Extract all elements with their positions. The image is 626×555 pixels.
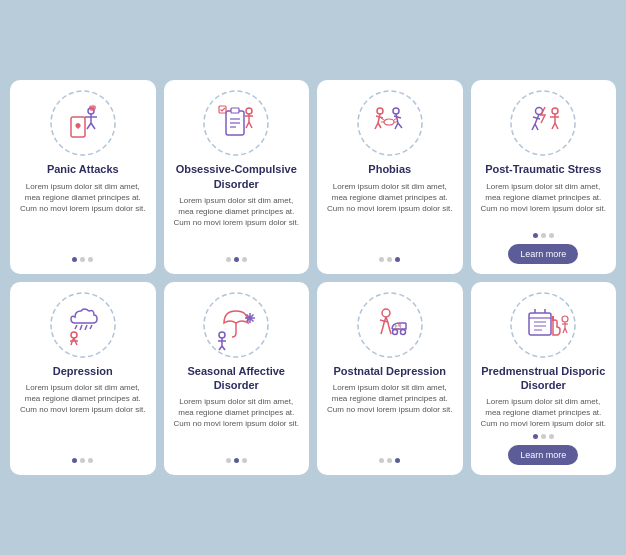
- pts-icon: [508, 88, 578, 158]
- dot-2: [541, 434, 546, 439]
- card-title: Postnatal Depression: [334, 364, 446, 378]
- pmdd-icon: [508, 290, 578, 360]
- depression-icon: [48, 290, 118, 360]
- card-sad: Seasonal Affective Disorder Lorem ipsum …: [164, 282, 310, 475]
- card-title: Predmenstrual Disporic Disorder: [479, 364, 609, 393]
- svg-point-80: [562, 316, 568, 322]
- svg-line-17: [249, 122, 252, 128]
- ocd-icon: [201, 88, 271, 158]
- svg-rect-9: [231, 108, 239, 113]
- dot-2: [80, 458, 85, 463]
- svg-point-19: [358, 91, 422, 155]
- svg-line-43: [552, 123, 555, 129]
- svg-line-22: [376, 116, 383, 118]
- dot-1: [533, 434, 538, 439]
- dot-3: [395, 458, 400, 463]
- card-title: Panic Attacks: [47, 162, 119, 176]
- dot-1: [379, 257, 384, 262]
- card-phobias: Phobias Lorem ipsum dolor sit dim amet, …: [317, 80, 463, 273]
- dot-1: [226, 458, 231, 463]
- dot-2: [387, 257, 392, 262]
- card-body: Lorem ipsum dolor sit dim amet, mea regi…: [172, 396, 302, 430]
- card-title: Depression: [53, 364, 113, 378]
- dots-indicator: [226, 458, 247, 463]
- svg-line-27: [394, 116, 401, 118]
- svg-line-38: [532, 124, 535, 130]
- svg-point-45: [51, 293, 115, 357]
- svg-line-6: [91, 123, 95, 129]
- dots-indicator: [379, 458, 400, 463]
- svg-line-39: [535, 124, 538, 130]
- svg-point-50: [71, 332, 77, 338]
- cards-grid: Panic Attacks Lorem ipsum dolor sit dim …: [10, 80, 616, 474]
- dot-1: [226, 257, 231, 262]
- card-body: Lorem ipsum dolor sit dim amet, mea regi…: [18, 181, 148, 215]
- svg-line-48: [85, 325, 87, 330]
- svg-line-49: [90, 325, 92, 329]
- dot-3: [549, 233, 554, 238]
- dot-3: [549, 434, 554, 439]
- postnatal-icon: [355, 290, 425, 360]
- svg-line-28: [395, 123, 398, 129]
- svg-line-23: [375, 123, 378, 129]
- card-title: Phobias: [368, 162, 411, 176]
- dot-2: [234, 257, 239, 262]
- learn-more-button-pts[interactable]: Learn more: [508, 244, 578, 264]
- card-body: Lorem ipsum dolor sit dim amet, mea regi…: [172, 195, 302, 229]
- card-panic-attacks: Panic Attacks Lorem ipsum dolor sit dim …: [10, 80, 156, 273]
- dot-1: [533, 233, 538, 238]
- svg-point-69: [400, 329, 405, 334]
- svg-line-24: [378, 123, 381, 128]
- svg-line-84: [565, 328, 567, 333]
- dot-3: [88, 458, 93, 463]
- card-pmdd: Predmenstrual Disporic Disorder Lorem ip…: [471, 282, 617, 475]
- svg-point-58: [219, 332, 225, 338]
- dot-3: [242, 257, 247, 262]
- svg-line-67: [389, 327, 391, 334]
- svg-line-5: [87, 123, 91, 129]
- svg-line-66: [381, 327, 383, 334]
- svg-point-68: [392, 329, 397, 334]
- svg-point-40: [552, 108, 558, 114]
- svg-point-25: [393, 108, 399, 114]
- svg-point-30: [384, 119, 394, 125]
- dots-indicator: [72, 458, 93, 463]
- card-postnatal: Postnatal Depression Lorem ipsum dolor s…: [317, 282, 463, 475]
- dot-1: [379, 458, 384, 463]
- svg-point-35: [511, 91, 575, 155]
- svg-line-16: [246, 122, 249, 128]
- svg-rect-72: [529, 313, 551, 335]
- dots-indicator: [533, 434, 554, 439]
- sad-icon: [201, 290, 271, 360]
- phobias-icon: [355, 88, 425, 158]
- card-body: Lorem ipsum dolor sit dim amet, mea regi…: [325, 181, 455, 215]
- dot-2: [80, 257, 85, 262]
- svg-point-64: [382, 309, 390, 317]
- svg-line-37: [533, 117, 540, 119]
- panic-attacks-icon: [48, 88, 118, 158]
- svg-point-20: [377, 108, 383, 114]
- svg-point-63: [358, 293, 422, 357]
- card-title: Seasonal Affective Disorder: [172, 364, 302, 393]
- card-title: Obsessive-Compulsive Disorder: [172, 162, 302, 191]
- svg-line-29: [398, 123, 402, 128]
- dot-1: [72, 458, 77, 463]
- svg-line-62: [222, 346, 225, 350]
- card-body: Lorem ipsum dolor sit dim amet, mea regi…: [479, 396, 609, 430]
- card-body: Lorem ipsum dolor sit dim amet, mea regi…: [325, 382, 455, 416]
- dots-indicator: [72, 257, 93, 262]
- dot-1: [72, 257, 77, 262]
- dot-3: [395, 257, 400, 262]
- card-body: Lorem ipsum dolor sit dim amet, mea regi…: [479, 181, 609, 215]
- svg-point-0: [51, 91, 115, 155]
- dot-2: [541, 233, 546, 238]
- dots-indicator: [226, 257, 247, 262]
- learn-more-button-pmdd[interactable]: Learn more: [508, 445, 578, 465]
- card-body: Lorem ipsum dolor sit dim amet, mea regi…: [18, 382, 148, 416]
- dots-indicator: [379, 257, 400, 262]
- svg-line-46: [75, 325, 77, 329]
- dots-indicator: [533, 233, 554, 238]
- svg-line-44: [555, 123, 558, 129]
- svg-rect-18: [219, 106, 226, 113]
- card-ocd: Obsessive-Compulsive Disorder Lorem ipsu…: [164, 80, 310, 273]
